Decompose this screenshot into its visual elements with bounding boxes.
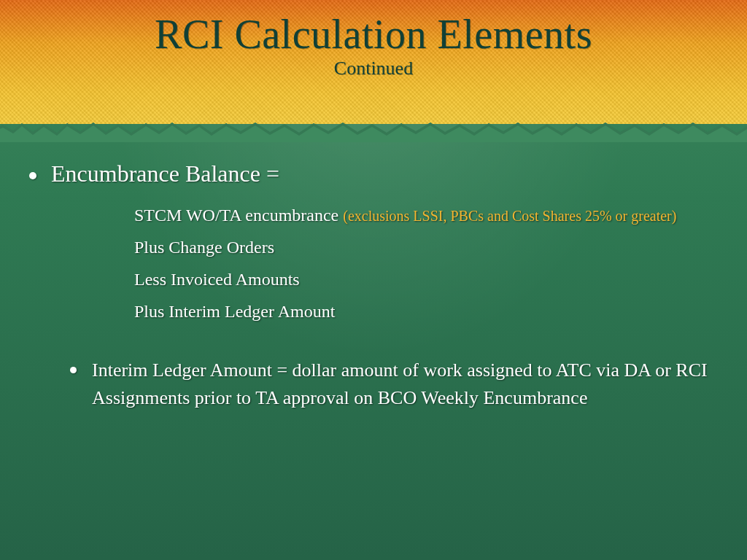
bullet-level-2: Interim Ledger Amount = dollar amount of… xyxy=(67,357,711,411)
bullet-level-1: Encumbrance Balance = xyxy=(26,160,718,187)
sub-line: STCM WO/TA encumbrance (exclusions LSSI,… xyxy=(134,202,689,228)
sub-line: Plus Interim Ledger Amount xyxy=(134,298,689,324)
bullet-text: Interim Ledger Amount = dollar amount of… xyxy=(92,359,708,408)
slide-subtitle: Continued xyxy=(0,58,747,79)
sub-line: Less Invoiced Amounts xyxy=(134,266,689,292)
slide-title: RCI Calculation Elements xyxy=(0,13,747,56)
sub-text: STCM WO/TA encumbrance xyxy=(134,206,343,225)
title-area: RCI Calculation Elements Continued xyxy=(0,13,747,79)
slide: RCI Calculation Elements Continued Encum… xyxy=(0,0,747,560)
bullet-text: Encumbrance Balance = xyxy=(51,160,279,187)
exclusion-text: (exclusions LSSI, PBCs and Cost Shares 2… xyxy=(343,208,676,224)
sub-line: Plus Change Orders xyxy=(134,234,689,260)
slide-body: Encumbrance Balance = STCM WO/TA encumbr… xyxy=(26,160,718,411)
